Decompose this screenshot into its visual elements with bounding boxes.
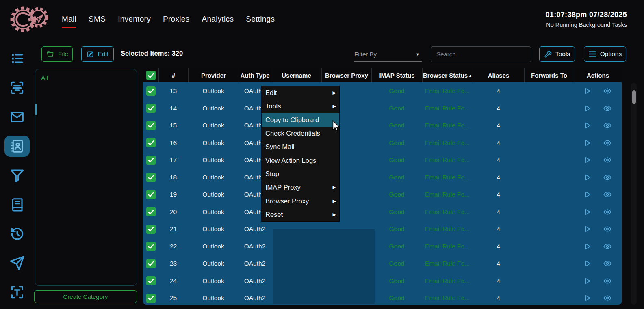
view-button[interactable] [603,225,612,233]
tools-button[interactable]: Tools [539,46,575,62]
play-button[interactable] [583,87,592,95]
table-row[interactable]: 21OutlookOAuth2GoodEmail Rule Fo...4 [143,220,622,238]
edit-button[interactable]: Edit [81,46,114,62]
view-button[interactable] [603,294,612,302]
main-nav: Mail SMS Inventory Proxies Analytics Set… [62,15,275,28]
filter-by-select[interactable]: Filter By ▼ [354,47,422,62]
view-button[interactable] [603,173,612,182]
sidebar-item-filter[interactable] [0,161,34,190]
create-category-button[interactable]: Create Category [34,290,137,303]
header-provider[interactable]: Provider [188,68,239,82]
menu-item-copy-to-clipboard[interactable]: Copy to Clipboard [262,113,339,127]
play-button[interactable] [583,259,592,268]
row-checkbox[interactable] [143,220,158,238]
view-button[interactable] [603,104,612,112]
header-browser-status[interactable]: Browser Status ▲ [422,68,473,82]
row-checkbox[interactable] [143,100,158,117]
sidebar-item-mail[interactable] [0,102,34,132]
sidebar-item-notebook[interactable] [0,190,34,219]
view-button[interactable] [603,277,612,285]
row-checkbox[interactable] [143,255,158,272]
sidebar-item-list[interactable] [0,44,34,73]
header-actions[interactable]: Actions [574,68,622,82]
row-checkbox[interactable] [143,169,158,186]
play-button[interactable] [583,190,592,199]
menu-item-edit[interactable]: Edit▶ [262,86,339,99]
table-row[interactable]: 24OutlookOAuth2GoodEmail Rule Fo...4 [143,272,622,290]
sidebar-item-text[interactable] [0,278,34,307]
play-button[interactable] [583,121,592,130]
search-input[interactable] [431,46,531,62]
header-forwards-to[interactable]: Forwards To [524,68,574,82]
play-button[interactable] [583,242,592,251]
header-browser-proxy[interactable]: Browser Proxy [321,68,371,82]
play-button[interactable] [583,294,592,302]
header-aliases[interactable]: Aliases [473,68,524,82]
menu-item-reset[interactable]: Reset▶ [262,208,339,221]
play-button[interactable] [583,156,592,164]
sidebar-item-scan-text[interactable] [0,73,34,102]
table-row[interactable]: 16OutlookOAuth2GoodEmail Rule Fo...4 [143,134,622,152]
header-number[interactable]: # [158,68,188,82]
app-logo[interactable] [8,3,51,34]
play-button[interactable] [583,104,592,112]
header-imap-status[interactable]: IMAP Status [371,68,422,82]
menu-item-sync-mail[interactable]: Sync Mail [262,140,339,153]
view-button[interactable] [603,242,612,251]
nav-mail[interactable]: Mail [62,15,76,28]
row-checkbox[interactable] [143,82,158,100]
header-auth-type[interactable]: Auth Type [239,68,271,82]
nav-proxies[interactable]: Proxies [163,15,189,28]
row-checkbox[interactable] [143,151,158,169]
file-button[interactable]: File [41,46,73,62]
vertical-scrollbar-track[interactable] [631,83,637,305]
view-button[interactable] [603,259,612,268]
table-row[interactable]: 22OutlookOAuth2GoodEmail Rule Fo...4 [143,238,622,255]
header-username[interactable]: Username [271,68,321,82]
row-checkbox[interactable] [143,203,158,221]
view-button[interactable] [603,190,612,199]
table-row[interactable]: 25OutlookOAuth2GoodEmail Rule Fo...4 [143,290,622,305]
row-checkbox[interactable] [143,186,158,203]
view-button[interactable] [603,87,612,95]
options-button[interactable]: Options [584,46,626,62]
row-checkbox[interactable] [143,290,158,305]
row-checkbox[interactable] [143,117,158,134]
view-button[interactable] [603,156,612,164]
table-row[interactable]: 18OutlookOAuth2GoodEmail Rule Fo...4 [143,169,622,186]
menu-item-stop[interactable]: Stop [262,167,339,181]
sidebar-item-contacts[interactable] [0,132,34,161]
nav-sms[interactable]: SMS [89,15,106,28]
play-button[interactable] [583,208,592,216]
view-button[interactable] [603,208,612,216]
row-checkbox[interactable] [143,238,158,255]
menu-item-tools[interactable]: Tools▶ [262,99,339,113]
table-row[interactable]: 19OutlookOAuth2GoodEmail Rule Fo...4 [143,186,622,203]
table-row[interactable]: 15OutlookOAuth2GoodEmail Rule Fo...4 [143,117,622,134]
view-button[interactable] [603,139,612,147]
view-button[interactable] [603,121,612,130]
play-button[interactable] [583,173,592,182]
sidebar-item-send[interactable] [0,248,34,278]
nav-settings[interactable]: Settings [246,15,275,28]
play-button[interactable] [583,277,592,285]
menu-item-browser-proxy[interactable]: Browser Proxy▶ [262,194,339,207]
nav-analytics[interactable]: Analytics [202,15,234,28]
table-row[interactable]: 13OutlookOAuth2GoodEmail Rule Fo...4 [143,82,622,100]
row-checkbox[interactable] [143,272,158,290]
play-button[interactable] [583,225,592,233]
nav-inventory[interactable]: Inventory [118,15,151,28]
table-row[interactable]: 20OutlookOAuth2GoodEmail Rule Fo...4 [143,203,622,221]
select-all-checkbox[interactable] [143,68,158,82]
category-item-all[interactable]: All [35,69,137,86]
table-row[interactable]: 14OutlookOAuth2GoodEmail Rule Fo...4 [143,100,622,117]
sidebar-item-history[interactable] [0,219,34,248]
table-row[interactable]: 23OutlookOAuth2GoodEmail Rule Fo...4 [143,255,622,272]
menu-item-check-credentials[interactable]: Check Credentials [262,127,339,140]
menu-item-view-action-logs[interactable]: View Action Logs [262,153,339,167]
row-checkbox[interactable] [143,134,158,152]
menu-item-imap-proxy[interactable]: IMAP Proxy▶ [262,181,339,194]
table-row[interactable]: 17OutlookOAuth2GoodEmail Rule Fo...4 [143,151,622,169]
play-button[interactable] [583,139,592,147]
vertical-scrollbar-thumb[interactable] [632,90,636,104]
